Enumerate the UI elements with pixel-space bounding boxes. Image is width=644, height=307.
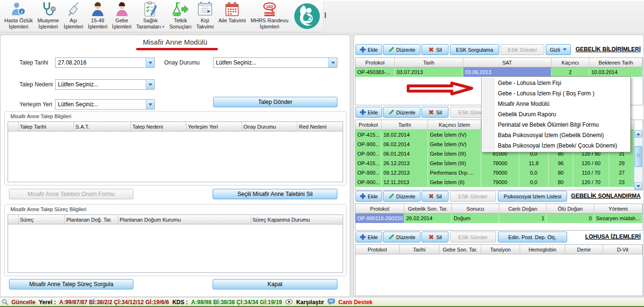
pencil-icon xyxy=(388,234,394,240)
duzenle-button-1[interactable]: Düzenle xyxy=(383,44,420,55)
plus-icon xyxy=(360,109,366,115)
sil-button-1[interactable]: Sil xyxy=(421,44,448,55)
plus-icon xyxy=(360,47,366,53)
table-row[interactable]: OP-900...09.12.2013Performans Dışı ...79… xyxy=(355,168,635,177)
onay-durumu-combo[interactable]: Lütfen Seçiniz... xyxy=(213,57,337,68)
toolbar-item-aile-takvimi[interactable]: Aile Takvimi xyxy=(216,1,248,31)
row-selector-header xyxy=(8,215,19,224)
yerel-values: A:99/87/87 Bİ:38/2/2 Çİ:34/12/12 Gİ:19/6… xyxy=(59,299,169,306)
duzenle-button-2[interactable]: Düzenle xyxy=(383,107,420,118)
talep-tarihi-combo[interactable]: 27.08.2016 xyxy=(55,57,155,68)
sil-button-4[interactable]: Sil xyxy=(421,232,448,242)
calendar-red-icon xyxy=(224,1,240,18)
talep-bilgileri-table: Talep Tarihi S.A.T. Talep Nedeni Yerleşi… xyxy=(8,121,343,182)
toolbar-item-muayene[interactable]: Muayene İşlemleri xyxy=(35,1,61,31)
pregnancy-logo-icon xyxy=(293,2,321,30)
scrollbar-thumb[interactable] xyxy=(635,146,642,167)
karsilastir-link[interactable]: Karşılaştır xyxy=(296,299,324,306)
lohusa-izlemleri-table: Protokol Tarihi Gebe Son. Tar. Tansiyon … xyxy=(355,244,643,296)
plus-icon xyxy=(360,193,366,199)
table-row[interactable]: OP-900...12.11.2013Gebe İzlem (II)790000… xyxy=(355,177,635,187)
toolbar-item-tetkik[interactable]: Tetkik Sonuçları xyxy=(167,1,194,31)
sil-button-2[interactable]: Sil xyxy=(421,107,448,118)
guncelle-link[interactable]: Güncelle xyxy=(11,299,36,306)
duzenle-button-3[interactable]: Düzenle xyxy=(383,191,420,202)
ekle-button-1[interactable]: Ekle xyxy=(355,44,382,55)
table-row[interactable]: OP-415...26.12.2013Gebe İzlem (III)78000… xyxy=(355,158,635,168)
onam-formu-button[interactable]: Misafir Anne Talebini Onam Formu xyxy=(9,189,133,199)
clipboard-check-icon xyxy=(143,1,158,18)
menu-item-baba-psikososyal-bebek-cocuk[interactable]: Baba Psikosoyal İzlem (Bebek/ Çocuk Döne… xyxy=(482,140,630,151)
toolbar-item-15-49[interactable]: 15-49 İşlemleri xyxy=(85,1,110,31)
toolbar-item-pregnancy-logo[interactable] xyxy=(291,1,323,32)
table-row[interactable]: OP-450383-... 03.07.2013 03.06.2013 2 10… xyxy=(355,67,643,77)
toolbar-item-hasta-ozluk[interactable]: i Hasta Özlük İşlemleri xyxy=(2,1,35,31)
sil-button-3[interactable]: Sil xyxy=(421,191,448,202)
duzenle-button-4[interactable]: Düzenle xyxy=(383,232,420,242)
eye-icon xyxy=(285,299,293,306)
woman-blue-icon xyxy=(90,1,105,18)
surec-sorgula-button[interactable]: Misafir Anne Talep Süreç Sorgula xyxy=(9,279,133,289)
menu-item-baba-psikososyal-gebelik[interactable]: Baba Psikososyal İzlem (Gebelik Dönemi) xyxy=(482,130,630,140)
yerlesim-yeri-combo[interactable]: Lütfen Seçiniz... xyxy=(55,99,155,110)
yerel-label: Yerel : xyxy=(39,299,56,306)
esk-sorgulama-button[interactable]: ESK Sorgulama xyxy=(450,44,499,55)
svg-text:182: 182 xyxy=(266,4,273,9)
yerlesim-yeri-label: Yerleşim Yeri xyxy=(19,101,52,108)
kds-values: A:98/98 Bİ:38/38 Çİ:34/34 Gİ:19/19 xyxy=(191,299,282,306)
svg-text:i: i xyxy=(21,9,23,14)
ekle-button-2[interactable]: Ekle xyxy=(355,107,382,118)
gebelik-sonlandirma-title: GEBELİK SONLANDIRMA xyxy=(571,193,641,199)
combo-arrow-icon[interactable] xyxy=(146,100,154,109)
toolbar-item-mhrs-randevu[interactable]: 182MERKEZİ MHRS Randevu İşlemleri xyxy=(248,1,290,31)
secili-talebi-sil-button[interactable]: Seçili Misafir Anne Talebini Sil xyxy=(213,189,337,199)
menu-item-misafir-anne-modulu[interactable]: Misafir Anne Modülü xyxy=(482,99,630,109)
ekle-button-3[interactable]: Ekle xyxy=(355,191,382,202)
chat-bubble-icon xyxy=(327,298,335,307)
table-row[interactable]: OP-900110-260220 26.02.2014 Doğum 1 0 Se… xyxy=(355,214,643,223)
esk-gonder-button-1[interactable]: ESK Gönder xyxy=(501,44,544,55)
combo-arrow-icon[interactable] xyxy=(146,80,154,89)
psikososyal-izlem-listesi-button[interactable]: Psikososyal İzlem Listesi xyxy=(498,191,567,202)
status-bar: Güncelle Yerel : A:99/87/87 Bİ:38/2/2 Çİ… xyxy=(0,298,644,306)
pencil-icon xyxy=(388,47,394,53)
vertical-scrollbar[interactable] xyxy=(634,130,643,190)
talep-nedeni-combo[interactable]: Lütfen Seçiniz... xyxy=(55,79,155,90)
talep-gonder-button[interactable]: Talep Gönder xyxy=(213,97,337,107)
talep-tarihi-label: Talep Tarihi xyxy=(19,59,48,66)
menu-item-gebelik-durum-raporu[interactable]: Gebelik Durum Raporu xyxy=(482,109,630,120)
chevron-down-icon xyxy=(563,48,567,51)
main-toolbar: i Hasta Özlük İşlemleri Muayene İşlemler… xyxy=(0,0,644,32)
scroll-up-button[interactable] xyxy=(635,130,642,138)
toolbar-item-kisi-takvimi[interactable]: Kişi Takvimi xyxy=(194,1,216,31)
woman-pink-icon xyxy=(114,1,130,18)
flask-arrow-icon xyxy=(172,1,189,18)
kapat-button[interactable]: Kapat xyxy=(213,279,337,289)
surec-bilgileri-table: Süreç Planlanan Doğ. Tar. Planlanan Doğu… xyxy=(8,214,343,273)
mhrs-182-icon: 182MERKEZİ xyxy=(261,1,279,18)
x-icon xyxy=(428,193,434,199)
svg-text:MERKEZİ: MERKEZİ xyxy=(263,13,275,16)
menu-item-gebe-lohusa-izlem-fisi[interactable]: Gebe - Lohusa İzlem Fişi xyxy=(482,78,630,88)
menu-item-gebe-lohusa-izlem-fisi-bos-form[interactable]: Gebe - Lohusa İzlem Fişi ( Boş Form ) xyxy=(482,88,630,99)
combo-arrow-icon[interactable] xyxy=(146,58,154,67)
row-selector-header xyxy=(8,122,19,131)
magnifier-icon xyxy=(1,298,8,307)
combo-arrow-icon[interactable] xyxy=(328,58,337,67)
toolbar-item-asi[interactable]: Aşı İşlemleri xyxy=(61,1,85,31)
canli-destek-link[interactable]: Canlı Destek xyxy=(338,299,373,306)
gebelik-bildirimleri-title: GEBELİK BİLDİRİMLERİ xyxy=(576,46,641,53)
scroll-down-button[interactable] xyxy=(635,182,642,190)
ekle-button-4[interactable]: Ekle xyxy=(355,232,382,242)
toolbar-item-gebe[interactable]: Gebe İşlemleri xyxy=(110,1,134,31)
toolbar-item-saglik-taramalari[interactable]: Sağlık Taramaları xyxy=(134,1,167,31)
toolbar-empty-area xyxy=(323,1,644,32)
gizli-dropdown-button[interactable]: Gizli xyxy=(546,44,571,55)
x-icon xyxy=(428,234,434,240)
edin-post-dep-olc-button[interactable]: Edin. Post. Dep. Ölç. xyxy=(498,232,567,242)
pencil-icon xyxy=(388,193,394,199)
x-icon xyxy=(428,109,434,115)
esk-gonder-button-4[interactable]: ESK Gönder xyxy=(450,232,496,242)
menu-item-perinatal-bebek-olumleri[interactable]: Perinatal ve Bebek Ölümleri Bilgi Formu xyxy=(482,120,630,130)
esk-gonder-button-3[interactable]: ESK Gönder xyxy=(450,191,496,202)
